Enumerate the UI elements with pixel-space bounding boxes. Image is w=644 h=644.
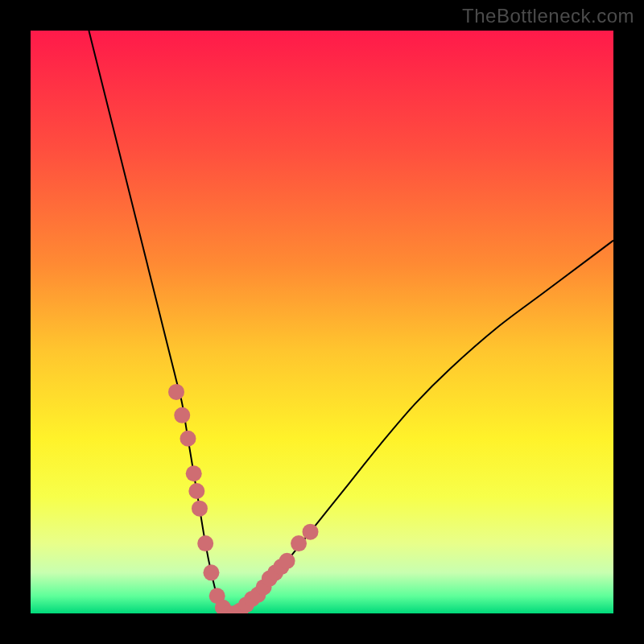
curve-marker xyxy=(186,465,202,481)
curve-marker xyxy=(197,535,213,551)
chart-area xyxy=(31,31,613,613)
curve-marker xyxy=(180,431,196,447)
app-frame: TheBottleneck.com xyxy=(0,0,644,644)
heat-gradient-background xyxy=(31,31,613,613)
watermark-text: TheBottleneck.com xyxy=(462,5,634,27)
bottleneck-chart xyxy=(31,31,613,613)
curve-marker xyxy=(174,407,190,423)
curve-marker xyxy=(291,535,307,551)
curve-marker xyxy=(192,501,208,517)
curve-marker xyxy=(279,553,295,569)
curve-marker xyxy=(168,384,184,400)
curve-marker xyxy=(203,564,219,580)
curve-marker xyxy=(188,483,204,499)
curve-marker xyxy=(303,524,319,540)
